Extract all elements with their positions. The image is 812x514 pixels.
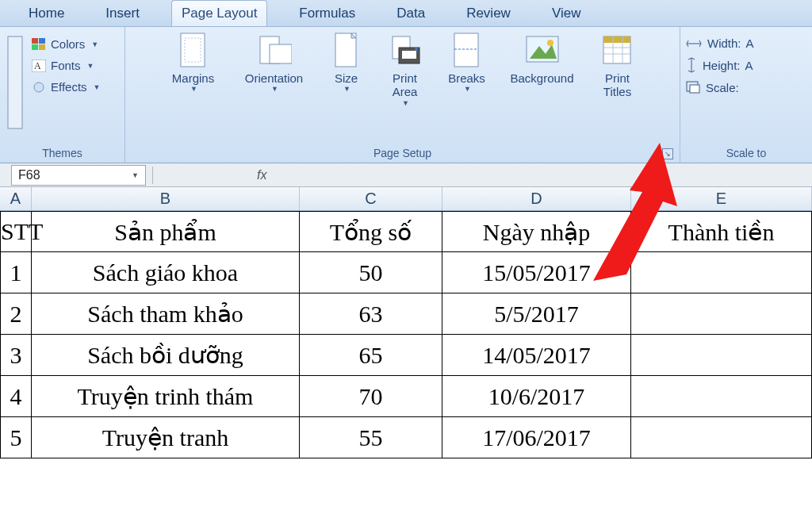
width-label: Width:: [707, 36, 741, 50]
col-header-b[interactable]: B: [32, 187, 300, 210]
svg-rect-3: [32, 44, 38, 50]
cell[interactable]: Ngày nhập: [442, 211, 631, 252]
tab-view[interactable]: View: [542, 1, 591, 26]
scale-icon: [685, 80, 701, 94]
svg-rect-1: [32, 38, 38, 44]
size-label: Size: [335, 71, 358, 85]
breaks-button[interactable]: Breaks ▼: [436, 30, 498, 97]
name-box[interactable]: F68 ▼: [11, 165, 146, 186]
scale-row[interactable]: Scale:: [685, 80, 754, 94]
cell[interactable]: Thành tiền: [631, 211, 812, 252]
cell[interactable]: Sách bồi dưỡng: [32, 335, 300, 376]
background-button[interactable]: Background: [500, 30, 585, 88]
group-themes: Colors▼ A Fonts▼ Effects▼ Themes: [0, 27, 125, 163]
group-label-page-setup: Page Setup ↘: [130, 145, 675, 163]
breaks-icon: [450, 33, 485, 68]
cell[interactable]: 63: [300, 293, 442, 335]
colors-button[interactable]: Colors▼: [29, 35, 104, 53]
cell[interactable]: 10/6/2017: [442, 376, 631, 417]
height-value: A: [745, 59, 753, 72]
cell[interactable]: STT: [0, 211, 32, 252]
table-row: 2 Sách tham khảo 63 5/5/2017: [0, 293, 812, 335]
orientation-button[interactable]: Orientation ▼: [232, 30, 317, 97]
table-row: 3 Sách bồi dưỡng 65 14/05/2017: [0, 335, 812, 376]
print-titles-button[interactable]: Print Titles: [587, 30, 649, 102]
size-icon: [329, 33, 364, 68]
cell[interactable]: 15/05/2017: [442, 252, 631, 293]
cell[interactable]: 2: [0, 293, 32, 335]
tab-review[interactable]: Review: [457, 1, 520, 26]
chevron-down-icon: ▼: [94, 83, 101, 91]
cell[interactable]: 4: [0, 376, 32, 417]
tab-insert[interactable]: Insert: [96, 1, 149, 26]
chevron-down-icon[interactable]: ▼: [132, 171, 139, 179]
cell[interactable]: Truyện trinh thám: [32, 376, 300, 417]
scale-label: Scale:: [706, 81, 739, 94]
margins-button[interactable]: Margins ▼: [157, 30, 230, 97]
cell[interactable]: 65: [300, 335, 442, 376]
width-icon: [685, 37, 703, 50]
tab-home[interactable]: Home: [19, 1, 74, 26]
cell[interactable]: 14/05/2017: [442, 335, 631, 376]
print-area-button[interactable]: Print Area ▼: [376, 30, 435, 110]
cell[interactable]: 17/06/2017: [442, 417, 631, 458]
chevron-down-icon: ▼: [271, 85, 278, 93]
col-header-a[interactable]: A: [0, 187, 32, 210]
height-row[interactable]: Height: A: [685, 56, 754, 74]
name-box-value: F68: [18, 168, 40, 182]
column-headers: A B C D E: [0, 187, 812, 211]
svg-point-7: [34, 82, 44, 92]
cell[interactable]: 70: [300, 376, 442, 417]
effects-button[interactable]: Effects▼: [29, 78, 104, 96]
fonts-button[interactable]: A Fonts▼: [29, 56, 104, 75]
print-area-icon: [388, 33, 423, 68]
chevron-down-icon: ▼: [190, 85, 197, 93]
cell[interactable]: 3: [0, 335, 32, 376]
chevron-down-icon: ▼: [402, 99, 409, 107]
spreadsheet-grid[interactable]: STT Sản phẩm Tổng số Ngày nhập Thành tiề…: [0, 211, 812, 458]
cell[interactable]: [631, 293, 812, 335]
cell[interactable]: Sách giáo khoa: [32, 252, 300, 293]
width-row[interactable]: Width: A: [685, 36, 754, 50]
print-titles-label: Print Titles: [603, 71, 631, 99]
tab-formulas[interactable]: Formulas: [289, 1, 365, 26]
tab-page-layout[interactable]: Page Layout: [171, 0, 267, 26]
width-value: A: [746, 36, 754, 50]
cell[interactable]: 1: [0, 252, 32, 293]
group-scale-to-fit: Width: A Height: A Scale: Scale to: [680, 27, 812, 163]
margins-label: Margins: [172, 71, 214, 85]
cell[interactable]: 55: [300, 417, 442, 458]
chevron-down-icon: ▼: [91, 40, 98, 48]
group-label-themes: Themes: [5, 145, 120, 163]
cell[interactable]: [631, 252, 812, 293]
col-header-c[interactable]: C: [300, 187, 442, 210]
cell[interactable]: Truyện tranh: [32, 417, 300, 458]
svg-point-16: [415, 48, 418, 51]
fonts-icon: A: [32, 59, 46, 72]
cell[interactable]: 5/5/2017: [442, 293, 631, 335]
size-button[interactable]: Size ▼: [319, 30, 374, 97]
cell[interactable]: Sản phẩm: [32, 211, 300, 252]
table-header-row: STT Sản phẩm Tổng số Ngày nhập Thành tiề…: [0, 211, 812, 252]
chevron-down-icon: ▼: [87, 62, 94, 70]
page-setup-dialog-launcher[interactable]: ↘: [662, 148, 673, 159]
svg-rect-11: [270, 44, 292, 63]
col-header-d[interactable]: D: [442, 187, 631, 210]
cell[interactable]: [631, 335, 812, 376]
themes-icon[interactable]: [6, 35, 24, 130]
cell[interactable]: 50: [300, 252, 442, 293]
background-icon: [525, 33, 560, 68]
cell[interactable]: [631, 376, 812, 417]
print-titles-icon: [600, 33, 635, 68]
cell[interactable]: Tổng số: [300, 211, 442, 252]
cell[interactable]: Sách tham khảo: [32, 293, 300, 335]
col-header-e[interactable]: E: [631, 187, 812, 210]
cell[interactable]: [631, 417, 812, 458]
group-label-scale: Scale to: [685, 145, 807, 163]
svg-text:A: A: [34, 60, 41, 71]
fx-label[interactable]: fx: [257, 168, 266, 182]
svg-rect-31: [690, 85, 699, 93]
cell[interactable]: 5: [0, 417, 32, 458]
svg-point-21: [547, 40, 553, 46]
tab-data[interactable]: Data: [387, 1, 435, 26]
